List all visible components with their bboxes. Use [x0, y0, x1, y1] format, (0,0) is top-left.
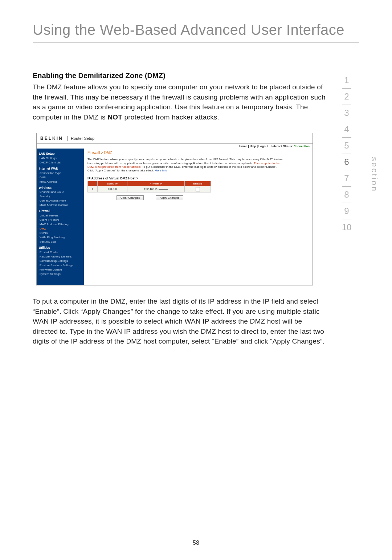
section-tab-9[interactable]: 9 [344, 204, 349, 218]
th-enable: Enable [185, 181, 211, 186]
clear-changes-button[interactable]: Clear Changes [117, 195, 144, 200]
th-static-ip: Static IP [98, 181, 127, 186]
section-tab-divider [342, 105, 351, 105]
section-tab-divider [342, 137, 351, 138]
sidebar-head-firewall: Firewall [39, 209, 82, 214]
sidebar-item-virtual-servers[interactable]: Virtual Servers [39, 214, 82, 218]
sidebar-item-restart-router[interactable]: Restart Router [39, 250, 82, 255]
th-blank [88, 181, 98, 186]
page-title: Using the Web-Based Advanced User Interf… [33, 22, 359, 42]
intro-paragraph: The DMZ feature allows you to specify on… [33, 82, 327, 122]
sidebar-item-connection-type[interactable]: Connection Type [39, 171, 82, 175]
section-tab-divider [342, 88, 351, 89]
section-tab-2[interactable]: 2 [344, 89, 349, 104]
dmz-table: Static IP Private IP Enable 1 0.0.0.0 19… [87, 181, 211, 192]
shot-header: BELKIN | Router Setup [37, 133, 313, 144]
private-ip-cell: 192.168.2. [127, 186, 184, 192]
section-tab-divider [342, 219, 351, 219]
section-heading: Enabling the Demilitarized Zone (DMZ) [33, 72, 327, 80]
table-header-row: Static IP Private IP Enable [88, 181, 211, 186]
sidebar-item-mac-address[interactable]: MAC Address [39, 180, 82, 184]
sidebar-item-wan-ping-blocking[interactable]: WAN Ping Blocking [39, 235, 82, 240]
sidebar-item-dhcp-client-list[interactable]: DHCP Client List [39, 161, 82, 165]
more-info-link[interactable]: More Info [155, 169, 167, 172]
sidebar-head-wireless: Wireless [39, 186, 82, 190]
section-tab-6[interactable]: 6 [344, 155, 349, 169]
table-row: 1 0.0.0.0 192.168.2. [88, 186, 211, 192]
section-tabs: 12345678910 [334, 72, 359, 346]
shot-sidebar: LAN SetupLAN SettingsDHCP Client ListInt… [37, 149, 84, 285]
status-label: Internet Status: [271, 145, 293, 148]
sidebar-head-lan-setup: LAN Setup [39, 151, 82, 156]
sidebar-item-system-settings[interactable]: System Settings [39, 272, 82, 276]
body-area: Enabling the Demilitarized Zone (DMZ) Th… [33, 72, 359, 346]
th-private-ip: Private IP [127, 181, 184, 186]
section-tab-divider [342, 203, 351, 203]
sidebar-item-dns[interactable]: DNS [39, 175, 82, 180]
sidebar-item-security[interactable]: Security [39, 194, 82, 199]
sidebar-item-lan-settings[interactable]: LAN Settings [39, 156, 82, 161]
dmz-table-heading: IP Address of Virtual DMZ Host > [87, 176, 309, 180]
sidebar-item-dmz[interactable]: DMZ [39, 227, 82, 231]
sidebar-item-restore-factory-defaults[interactable]: Restore Factory Defaults [39, 255, 82, 259]
section-tab-8[interactable]: 8 [344, 187, 349, 202]
section-tab-divider [342, 186, 351, 187]
router-screenshot: BELKIN | Router Setup Home | Help | Logo… [36, 133, 313, 285]
section-tab-divider [342, 170, 351, 170]
static-ip-cell: 0.0.0.0 [98, 186, 127, 192]
shot-button-row: Clear Changes Apply Changes [87, 195, 309, 200]
section-tab-5[interactable]: 5 [344, 138, 349, 153]
page-number: 58 [0, 540, 392, 546]
brand-divider: | [67, 135, 71, 141]
sidebar-item-mac-address-filtering[interactable]: MAC Address Filtering [39, 222, 82, 227]
section-tab-divider [342, 121, 351, 121]
breadcrumb: Firewall > DMZ [87, 151, 309, 155]
sidebar-item-mac-address-control[interactable]: MAC Address Control [39, 203, 82, 207]
shot-title: Router Setup [71, 136, 94, 141]
shot-main: Firewall > DMZ The DMZ feature allows yo… [84, 149, 313, 285]
enable-cell [185, 186, 211, 192]
private-ip-prefix: 192.168.2. [144, 187, 158, 191]
sidebar-item-use-as-access-point[interactable]: Use as Access Point [39, 199, 82, 203]
instructions-paragraph: To put a computer in the DMZ, enter the … [33, 296, 327, 346]
para1-bold: NOT [107, 113, 122, 121]
dmz-description: The DMZ feature allows you to specify on… [87, 158, 283, 173]
sidebar-item-channel-and-ssid[interactable]: Channel and SSID [39, 190, 82, 194]
section-tab-divider [342, 154, 351, 154]
section-tab-1[interactable]: 1 [344, 73, 349, 88]
sidebar-item-security-log[interactable]: Security Log [39, 240, 82, 244]
para1-post: protected from hacker attacks. [122, 113, 219, 121]
shot-body: LAN SetupLAN SettingsDHCP Client ListInt… [37, 149, 313, 285]
sidebar-item-ddns[interactable]: DDNS [39, 231, 82, 235]
sidebar-item-save-backup-settings[interactable]: Save/Backup Settings [39, 259, 82, 263]
top-links-left[interactable]: Home | Help | Logout [239, 145, 268, 148]
private-ip-input[interactable] [159, 189, 168, 190]
status-value: Connection [294, 145, 310, 148]
section-tab-3[interactable]: 3 [344, 106, 349, 120]
main-column: Enabling the Demilitarized Zone (DMZ) Th… [33, 72, 334, 346]
section-tab-10[interactable]: 10 [342, 220, 352, 235]
enable-checkbox[interactable] [196, 187, 200, 191]
section-tab-7[interactable]: 7 [344, 171, 349, 186]
sidebar-head-utilities: Utilities [39, 245, 82, 250]
shot-top-links: Home | Help | Logout Internet Status: Co… [37, 144, 313, 149]
sidebar-item-firmware-update[interactable]: Firmware Update [39, 268, 82, 272]
section-label: section [369, 157, 379, 192]
sidebar-item-restore-previous-settings[interactable]: Restore Previous Settings [39, 263, 82, 268]
document-page: Using the Web-Based Advanced User Interf… [0, 0, 392, 560]
row-number: 1 [88, 186, 98, 192]
sidebar-head-internet-wan: Internet WAN [39, 166, 82, 171]
apply-changes-button[interactable]: Apply Changes [156, 195, 183, 200]
brand-logo: BELKIN [40, 136, 67, 141]
section-tab-4[interactable]: 4 [344, 122, 349, 137]
sidebar-item-client-ip-filters[interactable]: Client IP Filters [39, 218, 82, 222]
